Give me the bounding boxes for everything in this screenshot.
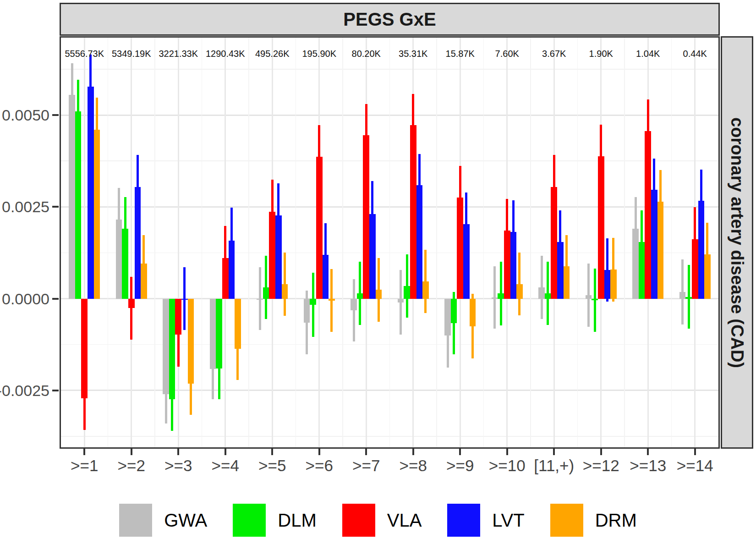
y-axis-label: 0.0000 (2, 290, 49, 308)
x-axis-label: >=13 (630, 456, 666, 475)
x-axis-tick (459, 449, 461, 455)
errorbar-drm (236, 317, 239, 380)
errorbar-drm (565, 235, 568, 297)
x-axis-tick (177, 449, 179, 455)
x-axis-label: >=1 (71, 456, 98, 475)
gridline-x-minor (248, 38, 249, 447)
count-label: 80.20K (352, 49, 381, 59)
legend-label-vla: VLA (387, 510, 422, 531)
errorbar-vla (459, 166, 461, 229)
legend-entry-drm: DRM (550, 504, 637, 537)
count-label: 1290.43K (206, 49, 245, 59)
errorbar-vla (224, 226, 226, 290)
errorbar-drm (330, 269, 333, 332)
gridline-x-minor (530, 38, 531, 447)
x-axis-tick (506, 449, 508, 455)
errorbar-drm (190, 352, 192, 415)
errorbar-gwa (259, 267, 261, 330)
errorbar-drm (284, 253, 286, 316)
facet-title-strip: PEGS GxE (60, 3, 720, 36)
gridline-x-minor (154, 38, 155, 447)
errorbar-vla (647, 99, 649, 163)
legend-swatch-vla (342, 504, 375, 537)
legend: GWADLMVLALVTDRM (0, 500, 756, 540)
count-label: 3.67K (542, 49, 566, 59)
x-axis-tick (83, 449, 85, 455)
errorbar-drm (378, 258, 380, 322)
legend-entry-vla: VLA (342, 504, 422, 537)
errorbar-lvt (183, 267, 186, 330)
errorbar-dlm (547, 262, 549, 325)
x-axis-tick (225, 449, 226, 455)
errorbar-gwa (635, 197, 637, 261)
count-label: 195.90K (302, 49, 336, 59)
gridline-x-minor (577, 38, 578, 447)
gridline-x-major (131, 38, 132, 447)
gridline-x-minor (436, 38, 437, 447)
y-axis-label: 0.0025 (2, 198, 49, 216)
errorbar-vla (694, 207, 696, 271)
count-label: 1.90K (589, 49, 613, 59)
legend-entry-dlm: DLM (233, 504, 316, 537)
plot-panel: 5556.73K5349.19K3221.33K1290.43K495.26K1… (60, 36, 720, 449)
errorbar-gwa (165, 365, 167, 424)
x-axis-tick (412, 449, 414, 455)
count-label: 35.31K (399, 49, 427, 59)
facet-right-label: coronary artery disease (CAD) (727, 117, 747, 368)
errorbar-vla (412, 94, 414, 156)
errorbar-vla (83, 366, 86, 430)
y-axis-tick (52, 114, 59, 116)
errorbar-gwa (306, 291, 308, 354)
errorbar-vla (130, 277, 132, 340)
gridline-x-minor (671, 38, 672, 447)
legend-label-drm: DRM (595, 510, 637, 531)
errorbar-gwa (212, 339, 214, 399)
x-axis-tick (271, 449, 273, 455)
errorbar-lvt (371, 181, 373, 247)
errorbar-gwa (71, 63, 73, 126)
x-axis-tick (365, 449, 367, 455)
x-axis-tick (131, 449, 132, 455)
count-label: 1.04K (636, 49, 660, 59)
errorbar-dlm (171, 368, 173, 431)
errorbar-lvt (465, 192, 467, 256)
gridline-x-minor (108, 38, 109, 447)
errorbar-dlm (312, 273, 314, 336)
errorbar-drm (518, 253, 520, 316)
x-axis-label: >=8 (400, 456, 427, 475)
errorbar-gwa (681, 259, 684, 325)
errorbar-lvt (606, 238, 608, 302)
errorbar-lvt (653, 159, 655, 222)
x-axis-label: [11,+) (534, 456, 574, 475)
x-axis-label: >=7 (352, 456, 380, 475)
errorbar-dlm (265, 256, 267, 319)
count-label: 5349.19K (112, 49, 151, 59)
x-axis-tick (318, 449, 320, 455)
gridline-x-minor (624, 38, 625, 447)
errorbar-drm (706, 223, 708, 286)
y-axis-tick (52, 390, 59, 391)
errorbar-dlm (500, 262, 502, 325)
errorbar-lvt (89, 55, 92, 118)
errorbar-vla (506, 199, 508, 262)
x-axis-tick (647, 449, 649, 455)
x-axis-tick (600, 449, 602, 455)
legend-entry-gwa: GWA (119, 504, 207, 537)
gridline-x-minor (342, 38, 343, 447)
pegs-gxe-chart-page: PEGS GxE 5556.73K5349.19K3221.33K1290.43… (0, 0, 756, 550)
errorbar-dlm (218, 337, 220, 399)
gridline-x-minor (389, 38, 390, 447)
errorbar-lvt (277, 183, 279, 247)
legend-swatch-drm (550, 504, 583, 537)
x-axis-label: >=2 (118, 456, 145, 475)
facet-right-strip: coronary artery disease (CAD) (721, 36, 753, 449)
legend-swatch-dlm (233, 504, 266, 537)
count-label: 0.44K (683, 49, 707, 59)
errorbar-vla (600, 125, 602, 188)
x-axis-label: >=14 (677, 456, 713, 475)
errorbar-dlm (641, 210, 643, 274)
legend-entry-lvt: LVT (447, 504, 524, 537)
count-label: 15.87K (446, 49, 475, 59)
errorbar-lvt (418, 154, 421, 216)
x-axis-label: >=10 (489, 456, 526, 475)
